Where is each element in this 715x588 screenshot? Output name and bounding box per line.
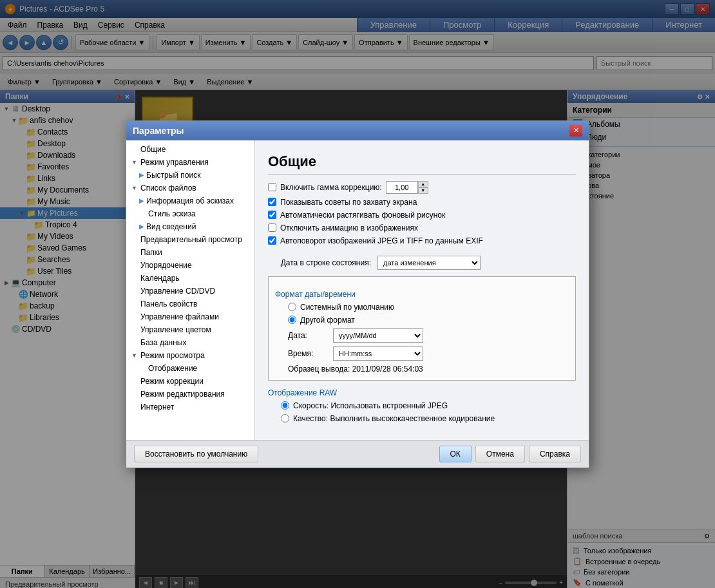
gamma-input[interactable]	[386, 181, 418, 194]
sample-label: Образец вывода:	[288, 365, 350, 374]
date-format-select[interactable]: yyyy/MM/dd	[333, 328, 423, 343]
gamma-up[interactable]: ▲	[418, 181, 428, 187]
datetime-title: Формат даты/времени	[275, 290, 569, 299]
hints-checkbox[interactable]	[268, 198, 276, 206]
cancel-btn[interactable]: Отмена	[475, 446, 525, 462]
dialog-footer: Восстановить по умолчанию ОК Отмена Спра…	[126, 440, 589, 468]
hints-label: Показывать советы по захвату экрана	[280, 198, 417, 207]
ok-btn[interactable]: ОК	[439, 446, 472, 462]
disableanim-checkbox[interactable]	[268, 223, 276, 232]
disableanim-label: Отключить анимацию в изображениях	[280, 223, 418, 232]
nav-props[interactable]: Панель свойств	[126, 298, 254, 310]
autostretch-row: Автоматически растягивать фоновый рисуно…	[268, 211, 576, 220]
nav-internet[interactable]: Интернет	[126, 401, 254, 413]
gamma-down[interactable]: ▼	[418, 187, 428, 194]
modal-overlay: Параметры ✕ Общие ▼ Режим управления ▶ Б…	[0, 0, 715, 588]
nav-colormgmt[interactable]: Управление цветом	[126, 323, 254, 336]
gamma-row: Включить гамма коррекцию: ▲ ▼	[268, 181, 576, 194]
nav-folders[interactable]: Папки	[126, 246, 254, 259]
dialog-nav: Общие ▼ Режим управления ▶ Быстрый поиск…	[126, 140, 255, 440]
restore-defaults-btn[interactable]: Восстановить по умолчанию	[134, 446, 258, 462]
dialog-body: Общие ▼ Режим управления ▶ Быстрый поиск…	[126, 140, 589, 440]
dialog-title-bar: Параметры ✕	[126, 121, 589, 140]
other-radio[interactable]	[288, 316, 296, 324]
autorotate-label: Автоповорот изображений JPEG и TIFF по д…	[280, 236, 483, 245]
nav-viewmode[interactable]: ▼ Режим просмотра	[126, 349, 254, 362]
nav-calendar[interactable]: Календарь	[126, 272, 254, 285]
sample-row: Образец вывода: 2011/09/28 06:54:03	[275, 365, 569, 374]
speed-radio-row: Скорость: Использовать встроенный JPEG	[268, 401, 576, 410]
status-date-row: Дата в строке состояния: дата изменения	[268, 256, 576, 270]
system-radio-row: Системный по умолчанию	[275, 303, 569, 312]
nav-thumbinfo[interactable]: ▶ Информация об эскизах	[126, 194, 254, 207]
help-btn[interactable]: Справка	[529, 446, 581, 462]
dialog-close-btn[interactable]: ✕	[569, 125, 582, 137]
gamma-label: Включить гамма коррекцию:	[280, 183, 382, 192]
nav-general[interactable]: Общие	[126, 143, 254, 156]
nav-display[interactable]: Отображение	[126, 362, 254, 375]
dialog: Параметры ✕ Общие ▼ Режим управления ▶ Б…	[126, 120, 589, 468]
dialog-content: Общие Включить гамма коррекцию: ▲ ▼	[255, 140, 589, 440]
nav-correctmode[interactable]: Режим коррекции	[126, 375, 254, 388]
date-format-row: Дата: yyyy/MM/dd	[275, 328, 569, 343]
date-format-label: Дата:	[288, 331, 327, 340]
status-date-label: Дата в строке состояния:	[268, 258, 371, 267]
raw-title: Отображение RAW	[268, 388, 576, 397]
autorotate-checkbox[interactable]	[268, 236, 276, 245]
nav-editmode[interactable]: Режим редактирования	[126, 388, 254, 401]
nav-cddvd[interactable]: Управление CD/DVD	[126, 285, 254, 298]
autostretch-label: Автоматически растягивать фоновый рисуно…	[280, 211, 445, 220]
nav-fastsearch[interactable]: ▶ Быстрый поиск	[126, 169, 254, 182]
other-radio-row: Другой формат	[275, 316, 569, 325]
raw-section: Отображение RAW Скорость: Использовать в…	[268, 388, 576, 423]
quality-radio[interactable]	[281, 414, 289, 422]
disableanim-row: Отключить анимацию в изображениях	[268, 223, 576, 232]
system-radio-label: Системный по умолчанию	[300, 303, 394, 312]
nav-preview[interactable]: Предварительный просмотр	[126, 233, 254, 246]
nav-infoview[interactable]: ▶ Вид сведений	[126, 220, 254, 233]
system-radio[interactable]	[288, 303, 296, 311]
status-date-select[interactable]: дата изменения	[377, 256, 481, 270]
time-format-row: Время: HH:mm:ss	[275, 346, 569, 361]
autostretch-checkbox[interactable]	[268, 211, 276, 219]
nav-filemgmt[interactable]: Управление файлами	[126, 310, 254, 323]
time-format-select[interactable]: HH:mm:ss	[333, 346, 423, 361]
gamma-spinner: ▲ ▼	[386, 181, 428, 194]
nav-sort[interactable]: Упорядочение	[126, 259, 254, 272]
quality-radio-row: Качество: Выполнить высококачественное к…	[268, 414, 576, 423]
nav-manage[interactable]: ▼ Режим управления	[126, 156, 254, 169]
hints-row: Показывать советы по захвату экрана	[268, 198, 576, 207]
time-format-label: Время:	[288, 349, 327, 358]
speed-radio-label: Скорость: Использовать встроенный JPEG	[293, 401, 448, 410]
quality-radio-label: Качество: Выполнить высококачественное к…	[293, 414, 495, 423]
footer-right-btns: ОК Отмена Справка	[439, 446, 581, 462]
nav-database[interactable]: База данных	[126, 336, 254, 349]
other-radio-label: Другой формат	[300, 316, 355, 325]
nav-thumbstyle[interactable]: Стиль эскиза	[126, 207, 254, 220]
nav-filelist[interactable]: ▼ Список файлов	[126, 182, 254, 194]
datetime-section: Формат даты/времени Системный по умолчан…	[268, 276, 576, 381]
dialog-section-title: Общие	[268, 153, 576, 175]
sample-value: 2011/09/28 06:54:03	[352, 365, 423, 374]
gamma-checkbox[interactable]	[268, 183, 276, 191]
speed-radio[interactable]	[281, 401, 289, 410]
autorotate-row: Автоповорот изображений JPEG и TIFF по д…	[268, 236, 576, 245]
